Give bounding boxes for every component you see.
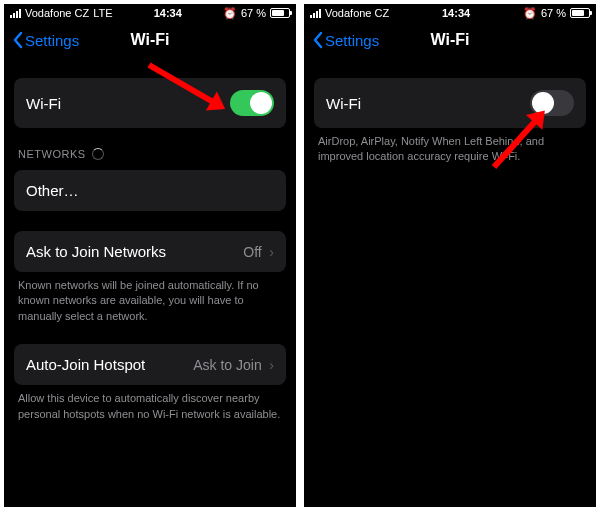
alarm-icon: ⏰ (523, 7, 537, 20)
ask-to-join-footer: Known networks will be joined automatica… (14, 278, 286, 324)
back-label: Settings (325, 32, 379, 49)
status-bar: Vodafone CZ 14:34 ⏰ 67 % (304, 4, 596, 22)
network-label: LTE (93, 7, 112, 19)
wifi-toggle-row[interactable]: Wi-Fi (14, 78, 286, 128)
ask-to-join-row[interactable]: Ask to Join Networks Off › (14, 231, 286, 272)
chevron-left-icon (312, 31, 323, 49)
wifi-label: Wi-Fi (26, 95, 61, 112)
alarm-icon: ⏰ (223, 7, 237, 20)
wifi-toggle[interactable] (230, 90, 274, 116)
back-label: Settings (25, 32, 79, 49)
screenshot-wifi-off: Vodafone CZ 14:34 ⏰ 67 % Settings Wi-Fi … (304, 4, 596, 507)
other-label: Other… (26, 182, 79, 199)
back-button[interactable]: Settings (312, 31, 379, 49)
auto-join-footer: Allow this device to automatically disco… (14, 391, 286, 422)
chevron-right-icon: › (269, 357, 274, 373)
chevron-right-icon: › (269, 244, 274, 260)
carrier-label: Vodafone CZ (25, 7, 89, 19)
battery-percent: 67 % (241, 7, 266, 19)
signal-icon (310, 9, 321, 18)
other-network-row[interactable]: Other… (14, 170, 286, 211)
nav-bar: Settings Wi-Fi (304, 22, 596, 58)
clock: 14:34 (389, 7, 523, 19)
status-bar: Vodafone CZ LTE 14:34 ⏰ 67 % (4, 4, 296, 22)
wifi-off-footer: AirDrop, AirPlay, Notify When Left Behin… (314, 134, 586, 165)
screenshot-wifi-on: Vodafone CZ LTE 14:34 ⏰ 67 % Settings Wi… (4, 4, 296, 507)
back-button[interactable]: Settings (12, 31, 79, 49)
chevron-left-icon (12, 31, 23, 49)
carrier-label: Vodafone CZ (325, 7, 389, 19)
clock: 14:34 (113, 7, 223, 19)
signal-icon (10, 9, 21, 18)
ask-to-join-label: Ask to Join Networks (26, 243, 166, 260)
battery-icon (570, 8, 590, 18)
battery-icon (270, 8, 290, 18)
auto-join-label: Auto-Join Hotspot (26, 356, 145, 373)
spinner-icon (92, 148, 104, 160)
auto-join-value: Ask to Join (193, 357, 261, 373)
networks-header: NETWORKS (14, 148, 286, 160)
ask-to-join-value: Off (243, 244, 261, 260)
nav-bar: Settings Wi-Fi (4, 22, 296, 58)
wifi-label: Wi-Fi (326, 95, 361, 112)
auto-join-hotspot-row[interactable]: Auto-Join Hotspot Ask to Join › (14, 344, 286, 385)
battery-percent: 67 % (541, 7, 566, 19)
